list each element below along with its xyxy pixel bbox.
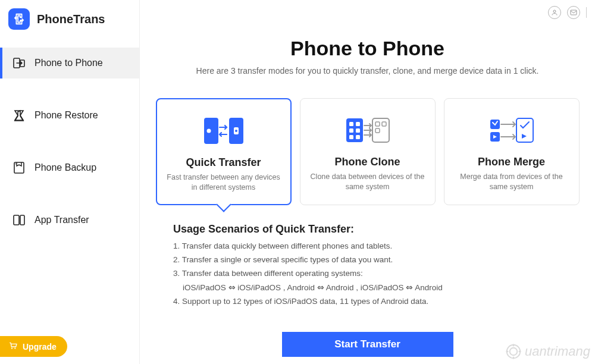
svg-rect-20 xyxy=(349,135,353,139)
cart-icon xyxy=(8,341,18,352)
restore-icon xyxy=(12,108,26,123)
backup-icon xyxy=(12,161,26,175)
svg-rect-18 xyxy=(349,128,353,133)
app-logo-row: PhoneTrans xyxy=(0,0,139,44)
usage-scenarios: Usage Scenarios of Quick Transfer: 1. Tr… xyxy=(173,223,585,310)
upgrade-label: Upgrade xyxy=(23,342,57,352)
quick-transfer-icon xyxy=(201,110,247,152)
svg-marker-30 xyxy=(522,134,527,139)
sidebar-item-label: Phone Restore xyxy=(35,110,98,121)
scenario-line: 3. Transfer data between different opera… xyxy=(173,269,585,278)
card-desc: Fast transfer between any devices in dif… xyxy=(164,172,283,193)
card-title: Phone Merge xyxy=(478,156,545,168)
card-phone-clone[interactable]: Phone Clone Clone data between devices o… xyxy=(300,98,436,205)
page-title: Phone to Phone xyxy=(149,37,585,60)
svg-rect-21 xyxy=(356,135,360,139)
svg-point-14 xyxy=(235,130,237,132)
sidebar-item-label: Phone to Phone xyxy=(35,58,103,68)
sidebar-item-label: App Transfer xyxy=(35,215,89,225)
start-transfer-button[interactable]: Start Transfer xyxy=(282,332,453,357)
window-top-icons xyxy=(548,6,587,19)
sidebar: PhoneTrans Phone to Phone xyxy=(0,0,140,364)
svg-point-6 xyxy=(11,348,12,349)
watermark: uantrimang xyxy=(505,343,590,360)
svg-point-8 xyxy=(553,10,556,12)
svg-rect-9 xyxy=(571,10,577,15)
scenario-line: 4. Support up to 12 types of iOS/iPadOS … xyxy=(173,297,585,306)
svg-point-32 xyxy=(510,348,518,356)
card-quick-transfer[interactable]: Quick Transfer Fast transfer between any… xyxy=(156,98,292,205)
divider xyxy=(586,7,587,18)
svg-rect-15 xyxy=(346,118,363,142)
sidebar-item-phone-to-phone[interactable]: Phone to Phone xyxy=(0,48,139,79)
phone-merge-icon xyxy=(487,109,537,151)
main-content: Phone to Phone Here are 3 transfer modes… xyxy=(140,0,595,364)
svg-rect-17 xyxy=(356,122,360,126)
sidebar-item-app-transfer[interactable]: App Transfer xyxy=(0,205,139,236)
svg-rect-29 xyxy=(516,118,533,142)
upgrade-button[interactable]: Upgrade xyxy=(0,336,67,357)
phone-clone-icon xyxy=(343,109,393,151)
svg-rect-22 xyxy=(372,118,389,142)
sidebar-item-phone-backup[interactable]: Phone Backup xyxy=(0,152,139,183)
svg-rect-23 xyxy=(375,122,380,126)
sidebar-nav: Phone to Phone Phone Restore xyxy=(0,48,139,236)
svg-point-31 xyxy=(507,345,521,359)
app-logo-icon xyxy=(8,8,30,30)
mail-icon[interactable] xyxy=(567,6,580,19)
svg-rect-4 xyxy=(14,215,19,225)
svg-point-3 xyxy=(15,164,17,165)
scenario-line: iOS/iPadOS ⇔ iOS/iPadOS , Android ⇔ Andr… xyxy=(183,283,585,292)
phone-to-phone-icon xyxy=(12,56,26,70)
svg-rect-19 xyxy=(356,128,360,133)
svg-rect-10 xyxy=(204,118,218,144)
sidebar-item-label: Phone Backup xyxy=(35,162,96,173)
svg-point-11 xyxy=(206,129,211,133)
app-transfer-icon xyxy=(12,213,26,227)
svg-rect-16 xyxy=(349,122,353,126)
card-desc: Merge data from devices of the same syst… xyxy=(452,172,572,192)
card-phone-merge[interactable]: Phone Merge Merge data from devices of t… xyxy=(444,98,580,205)
mode-cards: Quick Transfer Fast transfer between any… xyxy=(149,98,585,205)
scenarios-title: Usage Scenarios of Quick Transfer: xyxy=(173,223,585,236)
svg-rect-25 xyxy=(375,128,380,133)
svg-point-7 xyxy=(14,348,15,349)
scenario-line: 2. Transfer a single or several specific… xyxy=(173,255,585,264)
sidebar-item-phone-restore[interactable]: Phone Restore xyxy=(0,100,139,131)
svg-rect-5 xyxy=(20,215,24,225)
user-icon[interactable] xyxy=(548,6,561,19)
card-desc: Clone data between devices of the same s… xyxy=(308,172,428,192)
svg-rect-24 xyxy=(382,122,386,126)
card-title: Phone Clone xyxy=(334,156,400,168)
app-title: PhoneTrans xyxy=(37,12,105,26)
card-title: Quick Transfer xyxy=(186,156,261,169)
page-subtitle: Here are 3 transfer modes for you to qui… xyxy=(149,66,585,76)
scenario-line: 1. Transfer data quickly between differe… xyxy=(173,241,585,250)
